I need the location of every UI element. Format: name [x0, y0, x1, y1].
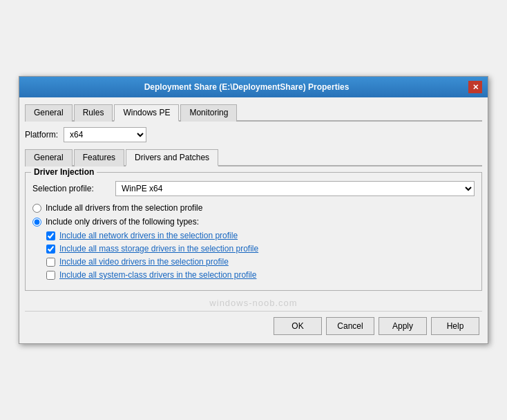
checkbox-video-label[interactable]: Include all video drivers in the selecti… [59, 257, 229, 267]
checkbox-group: Include all network drivers in the selec… [46, 231, 475, 280]
checkbox-mass-storage-label[interactable]: Include all mass storage drivers in the … [59, 244, 258, 254]
main-window: Deployment Share (E:\DeploymentShare) Pr… [19, 76, 488, 344]
inner-tab-bar: General Features Drivers and Patches [25, 148, 482, 166]
help-button[interactable]: Help [431, 317, 479, 335]
checkbox-row-2: Include all video drivers in the selecti… [46, 257, 475, 267]
selection-profile-label: Selection profile: [32, 184, 115, 193]
tab-windows-pe[interactable]: Windows PE [114, 104, 179, 122]
inner-tab-general[interactable]: General [25, 149, 73, 166]
top-tab-bar: General Rules Windows PE Monitoring [25, 103, 482, 122]
radio-include-only-row: Include only drivers of the following ty… [32, 217, 475, 227]
platform-select[interactable]: x64 [64, 127, 146, 142]
radio-include-only[interactable] [32, 218, 41, 227]
checkbox-row-1: Include all mass storage drivers in the … [46, 244, 475, 254]
tab-rules[interactable]: Rules [74, 104, 113, 122]
checkbox-mass-storage[interactable] [46, 245, 55, 254]
checkbox-network-label[interactable]: Include all network drivers in the selec… [59, 231, 238, 240]
close-button[interactable]: ✕ [468, 81, 482, 93]
radio-include-all-row: Include all drivers from the selection p… [32, 203, 475, 213]
watermark: windows-noob.com [25, 296, 482, 311]
apply-button[interactable]: Apply [379, 317, 427, 335]
title-bar: Deployment Share (E:\DeploymentShare) Pr… [19, 77, 488, 97]
window-body: General Rules Windows PE Monitoring Plat… [19, 97, 488, 343]
checkbox-system-class[interactable] [46, 271, 55, 280]
checkbox-row-3: Include all system-class drivers in the … [46, 270, 475, 280]
group-box-label: Driver Injection [31, 167, 97, 177]
radio-include-only-label[interactable]: Include only drivers of the following ty… [46, 217, 199, 227]
platform-row: Platform: x64 [25, 127, 482, 142]
checkbox-video[interactable] [46, 258, 55, 267]
window-title: Deployment Share (E:\DeploymentShare) Pr… [25, 82, 468, 92]
checkbox-row-0: Include all network drivers in the selec… [46, 231, 475, 240]
cancel-button[interactable]: Cancel [326, 317, 374, 335]
platform-label: Platform: [25, 130, 58, 140]
inner-tab-drivers-patches[interactable]: Drivers and Patches [126, 149, 218, 166]
selection-profile-row: Selection profile: WinPE x64 [32, 181, 475, 196]
ok-button[interactable]: OK [274, 317, 322, 335]
radio-include-all-label[interactable]: Include all drivers from the selection p… [46, 203, 202, 213]
radio-include-all[interactable] [32, 204, 41, 213]
selection-profile-select[interactable]: WinPE x64 [115, 181, 475, 196]
tab-monitoring[interactable]: Monitoring [180, 104, 237, 122]
tab-general[interactable]: General [25, 104, 73, 122]
button-bar: OK Cancel Apply Help [25, 311, 482, 338]
checkbox-system-class-label[interactable]: Include all system-class drivers in the … [59, 270, 256, 280]
checkbox-network[interactable] [46, 231, 55, 240]
driver-injection-group: Driver Injection Selection profile: WinP… [25, 172, 482, 291]
inner-tab-features[interactable]: Features [74, 149, 124, 166]
